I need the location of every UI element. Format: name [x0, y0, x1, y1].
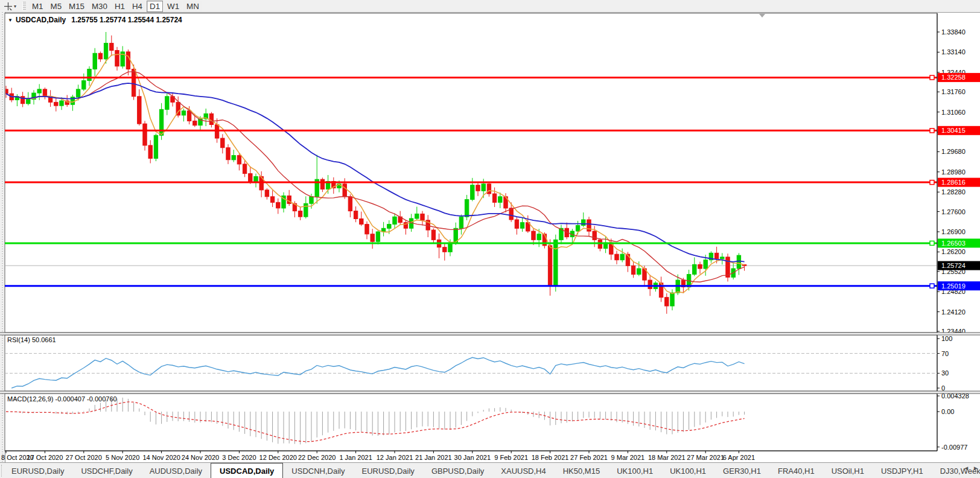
date-axis-label: 18 Feb 2021 [532, 454, 569, 461]
panel-splitter[interactable] [0, 333, 980, 335]
panel-splitter[interactable] [0, 391, 980, 394]
candle-body [165, 97, 169, 110]
line-end-marker[interactable] [930, 241, 934, 245]
line-end-marker[interactable] [930, 180, 934, 185]
date-axis-label: 22 Dec 2020 [298, 454, 336, 461]
candle-body [254, 176, 258, 182]
candle-body [126, 52, 130, 69]
date-axis-label: 5 Nov 2020 [106, 454, 139, 461]
candle-body [670, 293, 674, 306]
candle-body [471, 185, 474, 200]
price-badge-label: 1.28616 [941, 179, 966, 186]
line-end-marker[interactable] [930, 284, 934, 288]
macd-axis-label: 0.00 [941, 408, 954, 415]
tabbar-grip [1, 465, 2, 477]
candle-body [387, 225, 391, 229]
price-badge-label: 1.25019 [941, 282, 966, 290]
tab-eurusd-daily[interactable]: EURUSD,Daily [3, 463, 72, 478]
candle-body [443, 247, 447, 252]
candle-body [637, 269, 641, 275]
candle-body [365, 225, 369, 234]
macd-axis-label: -0.00977 [941, 444, 967, 451]
tab-usdcnh-daily[interactable]: USDCNH,Daily [283, 463, 353, 478]
candle-body [209, 113, 213, 124]
candle-body [421, 214, 424, 220]
date-axis-label: 21 Jan 2021 [415, 454, 452, 461]
tab-scroll-right-icon[interactable]: ► [973, 465, 979, 471]
date-axis-label: 27 Mar 2021 [687, 454, 724, 461]
tab-xauusd-h4[interactable]: XAUUSD,H4 [492, 463, 554, 478]
candle-body [714, 253, 718, 259]
date-axis-label: 27 Feb 2021 [570, 454, 608, 461]
tab-gbpusd-daily[interactable]: GBPUSD,Daily [423, 463, 492, 478]
candle-body [310, 197, 313, 203]
candle-body [737, 255, 740, 269]
tab-scroll-left-icon[interactable]: ◄ [963, 465, 969, 471]
candle-body [98, 53, 102, 59]
candle-body [520, 223, 524, 229]
candle-body [232, 156, 235, 160]
candle-body [393, 217, 396, 224]
tab-fra40-h1[interactable]: FRA40,H1 [769, 463, 823, 478]
candle-body [371, 234, 374, 241]
candle-body [60, 101, 63, 106]
tab-usoil-h1[interactable]: USOil,H1 [823, 463, 873, 478]
date-axis-label: 12 Jan 2021 [377, 454, 413, 461]
candle-body [88, 69, 91, 81]
candle-body [243, 164, 246, 174]
tab-uk100-h1[interactable]: UK100,H1 [608, 463, 661, 478]
candle-body [298, 211, 302, 217]
candle-body [593, 231, 596, 240]
price-axis-label: 1.31760 [941, 88, 966, 95]
candle-body [265, 190, 269, 197]
mt4-window: ▾ M1 M5 M15 M30 H1 H4 D1 W1 MN 1.338401.… [0, 0, 980, 478]
price-badge-label: 1.26503 [941, 240, 966, 247]
tab-eurusd-daily[interactable]: EURUSD,Daily [353, 463, 422, 478]
candle-body [110, 43, 113, 51]
candle-body [193, 121, 197, 125]
price-axis-label: 1.29680 [941, 148, 966, 155]
candle-body [665, 298, 669, 306]
price-axis-label: 1.31060 [941, 109, 966, 116]
candle-body [620, 254, 624, 260]
candle-body [276, 202, 280, 208]
tab-uk100-h1[interactable]: UK100,H1 [661, 463, 714, 478]
date-axis-label: 12 Dec 2020 [259, 454, 297, 461]
candle-body [554, 240, 558, 285]
candle-body [415, 214, 419, 218]
candle-body [704, 260, 707, 269]
rsi-axis-label: 0 [941, 384, 945, 392]
line-end-marker[interactable] [930, 129, 934, 133]
symbol-tab-bar: EURUSD,DailyUSDCHF,DailyAUDUSD,DailyUSDC… [0, 462, 980, 478]
price-axis-label: 1.27600 [941, 208, 966, 215]
candle-body [498, 197, 502, 203]
candle-body [37, 89, 41, 93]
price-axis-label: 1.28280 [941, 188, 966, 196]
price-axis-label: 1.28980 [941, 168, 966, 176]
tab-audusd-daily[interactable]: AUDUSD,Daily [141, 463, 211, 478]
date-axis-label: 1 Jan 2021 [339, 454, 372, 461]
tab-scroll-nav: ◄ ► [963, 465, 979, 471]
candle-body [249, 174, 252, 182]
tab-usdjpy-h1[interactable]: USDJPY,H1 [873, 463, 932, 478]
rsi-axis-label: 100 [941, 335, 952, 342]
tab-usdcad-daily[interactable]: USDCAD,Daily [211, 463, 283, 478]
date-axis-label: 6 Apr 2021 [723, 454, 755, 461]
tab-usdchf-daily[interactable]: USDCHF,Daily [72, 463, 141, 478]
rsi-axis-label: 30 [941, 369, 949, 377]
candle-body [182, 111, 185, 115]
candle-body [548, 246, 552, 286]
candle-body [721, 257, 724, 259]
tab-hk50-m15[interactable]: HK50,M15 [555, 463, 608, 478]
chart-shift-marker-icon[interactable] [759, 14, 765, 18]
candle-body [348, 197, 352, 211]
candle-body [187, 111, 191, 121]
price-axis-label: 1.26900 [941, 228, 966, 235]
line-end-marker[interactable] [930, 75, 934, 80]
price-badge-label: 1.25724 [941, 262, 966, 269]
tab-ger30-h1[interactable]: GER30,H1 [714, 463, 769, 478]
candle-body [354, 211, 357, 219]
price-badge-label: 1.32258 [941, 74, 966, 81]
candle-body [631, 266, 635, 274]
price-axis-label: 1.33840 [941, 28, 966, 36]
